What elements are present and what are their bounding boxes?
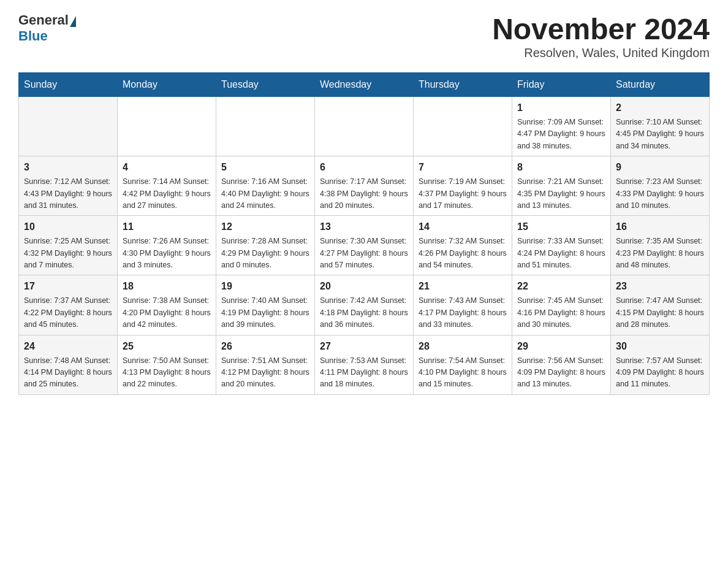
- day-info: Sunrise: 7:48 AM Sunset: 4:14 PM Dayligh…: [24, 355, 112, 391]
- calendar-cell: [19, 97, 118, 156]
- day-number: 20: [320, 279, 408, 294]
- day-info: Sunrise: 7:23 AM Sunset: 4:33 PM Dayligh…: [616, 176, 704, 212]
- day-info: Sunrise: 7:47 AM Sunset: 4:15 PM Dayligh…: [616, 295, 704, 331]
- day-info: Sunrise: 7:50 AM Sunset: 4:13 PM Dayligh…: [123, 355, 211, 391]
- calendar-cell: 16Sunrise: 7:35 AM Sunset: 4:23 PM Dayli…: [611, 216, 710, 275]
- day-info: Sunrise: 7:21 AM Sunset: 4:35 PM Dayligh…: [517, 176, 605, 212]
- day-info: Sunrise: 7:12 AM Sunset: 4:43 PM Dayligh…: [24, 176, 112, 212]
- day-number: 16: [616, 220, 704, 234]
- day-info: Sunrise: 7:53 AM Sunset: 4:11 PM Dayligh…: [320, 355, 408, 391]
- calendar-cell: 24Sunrise: 7:48 AM Sunset: 4:14 PM Dayli…: [19, 335, 118, 394]
- day-number: 7: [419, 160, 507, 175]
- day-info: Sunrise: 7:26 AM Sunset: 4:30 PM Dayligh…: [123, 236, 211, 271]
- day-info: Sunrise: 7:17 AM Sunset: 4:38 PM Dayligh…: [320, 176, 408, 212]
- day-info: Sunrise: 7:43 AM Sunset: 4:17 PM Dayligh…: [419, 295, 507, 331]
- day-info: Sunrise: 7:16 AM Sunset: 4:40 PM Dayligh…: [221, 176, 309, 212]
- page-header: General Blue November 2024 Resolven, Wal…: [18, 12, 710, 60]
- week-row-1: 1Sunrise: 7:09 AM Sunset: 4:47 PM Daylig…: [19, 97, 710, 156]
- week-row-4: 17Sunrise: 7:37 AM Sunset: 4:22 PM Dayli…: [19, 275, 710, 335]
- calendar-cell: 7Sunrise: 7:19 AM Sunset: 4:37 PM Daylig…: [414, 156, 512, 216]
- day-number: 4: [123, 160, 211, 175]
- calendar-cell: 13Sunrise: 7:30 AM Sunset: 4:27 PM Dayli…: [315, 216, 414, 275]
- day-number: 26: [221, 339, 309, 354]
- calendar-cell: 19Sunrise: 7:40 AM Sunset: 4:19 PM Dayli…: [216, 275, 315, 335]
- day-number: 17: [24, 279, 112, 294]
- day-number: 10: [24, 220, 112, 234]
- day-info: Sunrise: 7:42 AM Sunset: 4:18 PM Dayligh…: [320, 295, 408, 331]
- day-number: 28: [419, 339, 507, 354]
- day-info: Sunrise: 7:30 AM Sunset: 4:27 PM Dayligh…: [320, 236, 408, 271]
- calendar-cell: 23Sunrise: 7:47 AM Sunset: 4:15 PM Dayli…: [611, 275, 710, 335]
- day-info: Sunrise: 7:54 AM Sunset: 4:10 PM Dayligh…: [419, 355, 507, 391]
- calendar-cell: 4Sunrise: 7:14 AM Sunset: 4:42 PM Daylig…: [118, 156, 216, 216]
- calendar-cell: 29Sunrise: 7:56 AM Sunset: 4:09 PM Dayli…: [512, 335, 611, 394]
- week-row-3: 10Sunrise: 7:25 AM Sunset: 4:32 PM Dayli…: [19, 216, 710, 275]
- day-number: 5: [221, 160, 309, 175]
- location-text: Resolven, Wales, United Kingdom: [492, 46, 710, 60]
- day-info: Sunrise: 7:33 AM Sunset: 4:24 PM Dayligh…: [517, 236, 605, 271]
- calendar-cell: 3Sunrise: 7:12 AM Sunset: 4:43 PM Daylig…: [19, 156, 118, 216]
- logo-triangle-icon: [70, 16, 76, 27]
- day-number: 29: [517, 339, 605, 354]
- day-number: 14: [419, 220, 507, 234]
- calendar-cell: 15Sunrise: 7:33 AM Sunset: 4:24 PM Dayli…: [512, 216, 611, 275]
- title-section: November 2024 Resolven, Wales, United Ki…: [492, 12, 710, 60]
- day-number: 21: [419, 279, 507, 294]
- day-number: 12: [221, 220, 309, 234]
- calendar-cell: 28Sunrise: 7:54 AM Sunset: 4:10 PM Dayli…: [414, 335, 512, 394]
- day-number: 9: [616, 160, 704, 175]
- day-number: 27: [320, 339, 408, 354]
- day-number: 18: [123, 279, 211, 294]
- calendar-cell: [216, 97, 315, 156]
- day-info: Sunrise: 7:10 AM Sunset: 4:45 PM Dayligh…: [616, 117, 704, 152]
- day-info: Sunrise: 7:25 AM Sunset: 4:32 PM Dayligh…: [24, 236, 112, 271]
- logo-general-text: General: [18, 12, 69, 28]
- day-number: 6: [320, 160, 408, 175]
- day-info: Sunrise: 7:35 AM Sunset: 4:23 PM Dayligh…: [616, 236, 704, 271]
- day-number: 22: [517, 279, 605, 294]
- day-number: 8: [517, 160, 605, 175]
- day-info: Sunrise: 7:37 AM Sunset: 4:22 PM Dayligh…: [24, 295, 112, 331]
- logo: General Blue: [18, 12, 77, 44]
- calendar-cell: 11Sunrise: 7:26 AM Sunset: 4:30 PM Dayli…: [118, 216, 216, 275]
- calendar-cell: 27Sunrise: 7:53 AM Sunset: 4:11 PM Dayli…: [315, 335, 414, 394]
- calendar-cell: 8Sunrise: 7:21 AM Sunset: 4:35 PM Daylig…: [512, 156, 611, 216]
- calendar-cell: 18Sunrise: 7:38 AM Sunset: 4:20 PM Dayli…: [118, 275, 216, 335]
- weekday-header-monday: Monday: [118, 73, 216, 97]
- day-number: 23: [616, 279, 704, 294]
- calendar-cell: 21Sunrise: 7:43 AM Sunset: 4:17 PM Dayli…: [414, 275, 512, 335]
- day-number: 11: [123, 220, 211, 234]
- day-number: 3: [24, 160, 112, 175]
- weekday-header-saturday: Saturday: [611, 73, 710, 97]
- weekday-header-sunday: Sunday: [19, 73, 118, 97]
- day-info: Sunrise: 7:19 AM Sunset: 4:37 PM Dayligh…: [419, 176, 507, 212]
- calendar-cell: 10Sunrise: 7:25 AM Sunset: 4:32 PM Dayli…: [19, 216, 118, 275]
- day-info: Sunrise: 7:09 AM Sunset: 4:47 PM Dayligh…: [517, 117, 605, 152]
- weekday-header-friday: Friday: [512, 73, 611, 97]
- calendar-cell: 25Sunrise: 7:50 AM Sunset: 4:13 PM Dayli…: [118, 335, 216, 394]
- week-row-2: 3Sunrise: 7:12 AM Sunset: 4:43 PM Daylig…: [19, 156, 710, 216]
- calendar-cell: 14Sunrise: 7:32 AM Sunset: 4:26 PM Dayli…: [414, 216, 512, 275]
- day-number: 13: [320, 220, 408, 234]
- calendar-cell: 26Sunrise: 7:51 AM Sunset: 4:12 PM Dayli…: [216, 335, 315, 394]
- calendar-cell: 5Sunrise: 7:16 AM Sunset: 4:40 PM Daylig…: [216, 156, 315, 216]
- month-title: November 2024: [492, 12, 710, 46]
- calendar-cell: 30Sunrise: 7:57 AM Sunset: 4:09 PM Dayli…: [611, 335, 710, 394]
- day-info: Sunrise: 7:14 AM Sunset: 4:42 PM Dayligh…: [123, 176, 211, 212]
- calendar-cell: 20Sunrise: 7:42 AM Sunset: 4:18 PM Dayli…: [315, 275, 414, 335]
- day-number: 1: [517, 101, 605, 115]
- calendar-cell: 1Sunrise: 7:09 AM Sunset: 4:47 PM Daylig…: [512, 97, 611, 156]
- calendar-cell: 17Sunrise: 7:37 AM Sunset: 4:22 PM Dayli…: [19, 275, 118, 335]
- logo-blue-text: Blue: [18, 28, 48, 44]
- day-info: Sunrise: 7:32 AM Sunset: 4:26 PM Dayligh…: [419, 236, 507, 271]
- day-info: Sunrise: 7:57 AM Sunset: 4:09 PM Dayligh…: [616, 355, 704, 391]
- calendar-cell: 9Sunrise: 7:23 AM Sunset: 4:33 PM Daylig…: [611, 156, 710, 216]
- weekday-header-wednesday: Wednesday: [315, 73, 414, 97]
- day-number: 30: [616, 339, 704, 354]
- day-number: 15: [517, 220, 605, 234]
- calendar-cell: [315, 97, 414, 156]
- day-number: 19: [221, 279, 309, 294]
- calendar-cell: 12Sunrise: 7:28 AM Sunset: 4:29 PM Dayli…: [216, 216, 315, 275]
- day-info: Sunrise: 7:45 AM Sunset: 4:16 PM Dayligh…: [517, 295, 605, 331]
- calendar-cell: 6Sunrise: 7:17 AM Sunset: 4:38 PM Daylig…: [315, 156, 414, 216]
